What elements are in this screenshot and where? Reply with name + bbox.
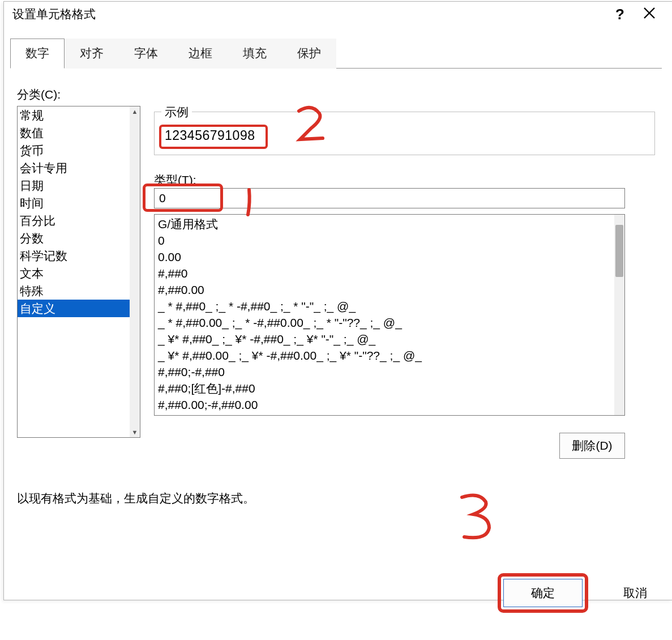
format-item[interactable]: #,##0;[红色]-#,##0 — [157, 380, 612, 396]
type-label: 类型(T): — [154, 172, 655, 188]
tab-font[interactable]: 字体 — [119, 39, 173, 69]
sample-legend: 示例 — [161, 104, 192, 120]
category-scrollbar[interactable]: ▲ ▼ — [130, 106, 140, 437]
category-item-number[interactable]: 数值 — [18, 124, 131, 142]
tab-alignment[interactable]: 对齐 — [65, 39, 119, 69]
tab-fill[interactable]: 填充 — [228, 39, 282, 69]
help-button[interactable]: ? — [605, 6, 635, 23]
format-item[interactable]: _ ¥* #,##0.00_ ;_ ¥* -#,##0.00_ ;_ ¥* "-… — [157, 347, 612, 364]
format-item[interactable]: #,##0.00;-#,##0.00 — [157, 396, 612, 413]
ok-button[interactable]: 确定 — [503, 579, 583, 607]
annotation-box-2: 123456791098 — [159, 125, 268, 149]
category-item-custom[interactable]: 自定义 — [18, 300, 131, 317]
category-item-text[interactable]: 文本 — [18, 264, 131, 282]
scroll-down-icon: ▼ — [132, 427, 138, 437]
hint-text: 以现有格式为基础，生成自定义的数字格式。 — [17, 490, 655, 506]
category-item-percent[interactable]: 百分比 — [18, 212, 131, 229]
category-item-special[interactable]: 特殊 — [18, 282, 131, 300]
annotation-box-3: 确定 — [498, 573, 588, 613]
category-item-scientific[interactable]: 科学记数 — [18, 247, 131, 264]
cancel-button[interactable]: 取消 — [604, 581, 666, 605]
scrollbar-thumb[interactable] — [615, 225, 623, 277]
format-item[interactable]: 0 — [157, 232, 612, 249]
tab-number[interactable]: 数字 — [10, 39, 65, 69]
tab-protection[interactable]: 保护 — [282, 39, 336, 69]
format-listbox[interactable]: G/通用格式 0 0.00 #,##0 #,##0.00 _ * #,##0_ … — [154, 214, 625, 416]
type-input[interactable] — [154, 188, 625, 208]
title-bar: 设置单元格格式 ? — [0, 0, 672, 27]
format-item[interactable]: 0.00 — [157, 249, 612, 265]
category-item-date[interactable]: 日期 — [18, 177, 131, 194]
category-item-accounting[interactable]: 会计专用 — [18, 159, 131, 177]
sample-value: 123456791098 — [165, 128, 255, 143]
format-item[interactable]: _ * #,##0.00_ ;_ * -#,##0.00_ ;_ * "-"??… — [157, 314, 612, 331]
close-icon — [643, 7, 656, 19]
format-item[interactable]: _ * #,##0_ ;_ * -#,##0_ ;_ * "-"_ ;_ @_ — [157, 298, 612, 314]
format-item[interactable]: #,##0.00 — [157, 281, 612, 298]
category-item-general[interactable]: 常规 — [18, 106, 131, 124]
format-item[interactable]: #,##0 — [157, 265, 612, 281]
delete-button[interactable]: 删除(D) — [559, 433, 625, 459]
tab-border[interactable]: 边框 — [173, 39, 228, 69]
category-listbox[interactable]: 常规 数值 货币 会计专用 日期 时间 百分比 分数 科学记数 文本 特殊 自定… — [17, 106, 140, 438]
tab-strip: 数字 对齐 字体 边框 填充 保护 — [10, 39, 662, 69]
category-item-time[interactable]: 时间 — [18, 194, 131, 212]
dialog-title: 设置单元格格式 — [12, 6, 605, 22]
format-item[interactable]: _ ¥* #,##0_ ;_ ¥* -#,##0_ ;_ ¥* "-"_ ;_ … — [157, 331, 612, 347]
category-item-currency[interactable]: 货币 — [18, 142, 131, 159]
sample-group: 示例 123456791098 — [154, 112, 655, 155]
format-scrollbar[interactable] — [614, 215, 624, 415]
category-label: 分类(C): — [17, 87, 655, 103]
dialog-footer: 确定 取消 — [498, 573, 672, 613]
category-item-fraction[interactable]: 分数 — [18, 229, 131, 247]
format-item[interactable]: #,##0;-#,##0 — [157, 364, 612, 380]
scroll-up-icon: ▲ — [132, 106, 138, 117]
close-button[interactable] — [635, 7, 664, 22]
format-item[interactable]: G/通用格式 — [157, 216, 612, 232]
